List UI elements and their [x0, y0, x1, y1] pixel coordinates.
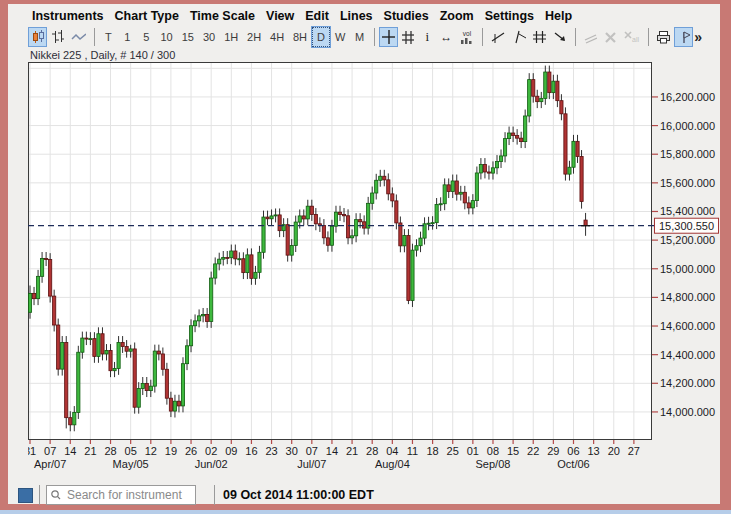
ohlc-bars-chart-button[interactable] [48, 27, 67, 47]
svg-text:07: 07 [44, 445, 56, 457]
svg-text:13: 13 [588, 445, 600, 457]
svg-text:14,200.000: 14,200.000 [660, 377, 715, 389]
svg-text:30: 30 [286, 445, 298, 457]
info-button[interactable]: i [418, 27, 436, 47]
menu-lines[interactable]: Lines [340, 9, 373, 23]
pin-toolbar-button[interactable] [674, 27, 693, 47]
timeframe-button-1m[interactable]: 1 [118, 27, 136, 47]
parallel-channel-icon [533, 30, 547, 44]
svg-text:31: 31 [28, 445, 36, 457]
svg-text:May/05: May/05 [113, 458, 149, 470]
svg-text:14,600.000: 14,600.000 [660, 320, 715, 332]
timeframe-button-5m[interactable]: 5 [137, 27, 155, 47]
menu-settings[interactable]: Settings [485, 9, 534, 23]
svg-text:09: 09 [225, 445, 237, 457]
print-button[interactable] [653, 27, 673, 47]
instrument-search-box[interactable] [46, 485, 196, 505]
svg-text:Aug/04: Aug/04 [375, 458, 410, 470]
svg-text:28: 28 [104, 445, 116, 457]
svg-text:26: 26 [185, 445, 197, 457]
toolbar: T 1 5 10 15 30 1H 2H 4H 8H D W M i ↔ vol [28, 25, 716, 49]
timeframe-button-monthly[interactable]: M [351, 27, 369, 47]
svg-text:all: all [632, 36, 639, 43]
timeframe-button-10m[interactable]: 10 [156, 27, 176, 47]
timeframe-button-daily[interactable]: D [312, 27, 330, 47]
timeframe-button-weekly[interactable]: W [331, 27, 350, 47]
status-blue-square [18, 488, 33, 503]
svg-text:25: 25 [447, 445, 459, 457]
timeframe-button-2h[interactable]: 2H [243, 27, 265, 47]
svg-text:02: 02 [205, 445, 217, 457]
svg-text:18: 18 [426, 445, 438, 457]
menu-help[interactable]: Help [545, 9, 572, 23]
pin-icon [677, 30, 690, 44]
horizontal-expand-button[interactable]: ↔ [437, 27, 455, 47]
chart-plot-area[interactable]: 16,200.00016,000.00015,800.00015,600.000… [28, 62, 721, 480]
svg-text:14,000.000: 14,000.000 [660, 406, 715, 418]
timeframe-button-15m[interactable]: 15 [178, 27, 198, 47]
svg-text:15,400.000: 15,400.000 [660, 205, 715, 217]
toolbar-overflow-chevron[interactable]: » [694, 29, 716, 45]
svg-text:Apr/07: Apr/07 [34, 458, 66, 470]
svg-text:15,000.000: 15,000.000 [660, 263, 715, 275]
delete-all-lines-button[interactable]: all [620, 27, 643, 47]
svg-text:06: 06 [567, 445, 579, 457]
delete-line-button[interactable] [601, 27, 619, 47]
menu-bar: Instruments Chart Type Time Scale View E… [32, 7, 572, 24]
statusbar-separator [39, 485, 40, 505]
svg-text:12: 12 [145, 445, 157, 457]
grid-toggle-button[interactable] [399, 27, 417, 47]
candlestick-chart-button[interactable] [28, 27, 47, 47]
menu-time-scale[interactable]: Time Scale [190, 9, 255, 23]
menu-chart-type[interactable]: Chart Type [115, 9, 179, 23]
parallel-channel-tool-button[interactable] [530, 27, 550, 47]
crosshair-button[interactable] [379, 27, 398, 47]
timeframe-button-8h[interactable]: 8H [289, 27, 311, 47]
pitchfork-tool-button[interactable] [509, 27, 529, 47]
svg-text:22: 22 [527, 445, 539, 457]
timeframe-button-1h[interactable]: 1H [220, 27, 242, 47]
arrow-tool-icon [553, 30, 567, 44]
svg-text:14,800.000: 14,800.000 [660, 291, 715, 303]
grid-icon [402, 31, 414, 44]
duplicate-line-button[interactable] [581, 27, 600, 47]
toolbar-separator [648, 28, 649, 46]
window-bottom-edge [0, 510, 731, 514]
line-chart-button[interactable] [68, 27, 89, 47]
timeframe-button-30m[interactable]: 30 [199, 27, 219, 47]
svg-text:Oct/06: Oct/06 [557, 458, 589, 470]
svg-text:15,300.550: 15,300.550 [659, 220, 714, 232]
svg-text:11: 11 [407, 445, 418, 457]
menu-studies[interactable]: Studies [384, 9, 429, 23]
svg-text:21: 21 [346, 445, 358, 457]
timeframe-button-tick[interactable]: T [99, 27, 117, 47]
menu-zoom[interactable]: Zoom [440, 9, 474, 23]
svg-text:23: 23 [265, 445, 277, 457]
svg-text:Sep/08: Sep/08 [476, 458, 511, 470]
svg-text:28: 28 [366, 445, 378, 457]
timeframe-button-4h[interactable]: 4H [266, 27, 288, 47]
arrow-tool-button[interactable] [550, 27, 570, 47]
svg-text:Jul/07: Jul/07 [297, 458, 326, 470]
menu-instruments[interactable]: Instruments [32, 9, 104, 23]
trend-line-tool-button[interactable] [488, 27, 508, 47]
svg-text:27: 27 [628, 445, 640, 457]
toolbar-separator [575, 28, 576, 46]
svg-text:04: 04 [386, 445, 398, 457]
svg-text:15: 15 [507, 445, 519, 457]
current-datetime: 09 Oct 2014 11:00:00 EDT [223, 488, 374, 502]
trend-line-icon [491, 30, 505, 44]
volume-button[interactable]: vol [456, 27, 477, 47]
delete-x-icon [604, 31, 616, 44]
line-chart-icon [71, 30, 86, 44]
chart-title: Nikkei 225 , Daily, # 140 / 300 [30, 49, 175, 61]
search-input[interactable] [65, 487, 195, 503]
menu-view[interactable]: View [266, 9, 294, 23]
menu-edit[interactable]: Edit [305, 9, 329, 23]
toolbar-separator [94, 28, 95, 46]
volume-icon: vol [459, 30, 474, 45]
delete-all-icon: all [623, 30, 640, 44]
toolbar-separator [482, 28, 483, 46]
crosshair-icon [382, 30, 395, 44]
svg-text:08: 08 [487, 445, 499, 457]
